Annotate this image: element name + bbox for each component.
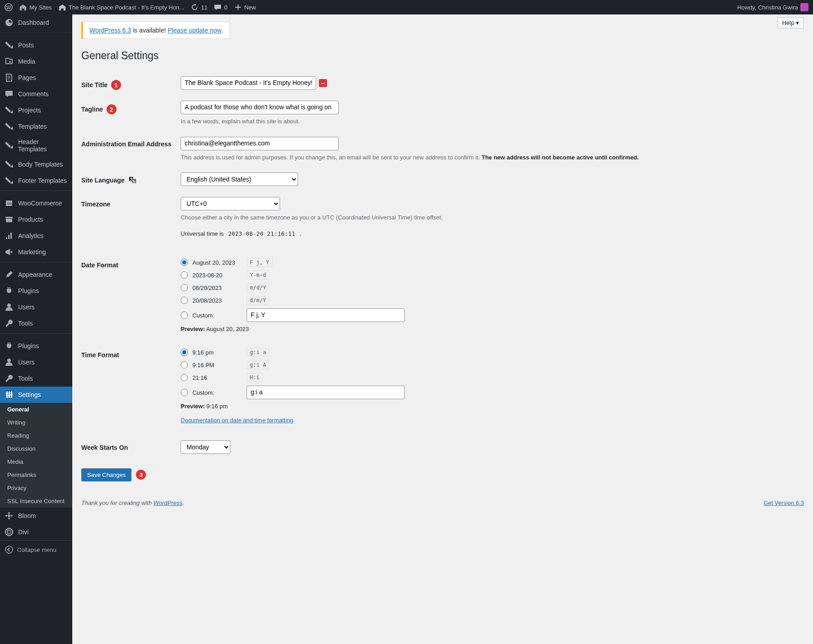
save-changes-button[interactable]: Save Changes xyxy=(81,468,131,481)
translate-icon: 文A xyxy=(128,176,137,184)
svg-rect-6 xyxy=(6,392,8,398)
week-starts-label: Week Starts On xyxy=(81,440,181,451)
help-tab[interactable]: Help ▾ xyxy=(777,17,804,28)
avatar-icon xyxy=(800,3,808,11)
date-format-radio[interactable] xyxy=(181,259,188,266)
submenu-item-general[interactable]: General xyxy=(0,403,72,416)
sidebar-item-dashboard[interactable]: Dashboard xyxy=(0,14,72,31)
extension-icon[interactable] xyxy=(319,79,327,87)
time-format-option[interactable]: 21:16H:i xyxy=(181,373,804,382)
sidebar-item-tools[interactable]: Tools xyxy=(0,315,72,331)
sidebar-item-analytics[interactable]: Analytics xyxy=(0,228,72,244)
svg-point-18 xyxy=(5,546,13,553)
sidebar-item-marketing[interactable]: Marketing xyxy=(0,244,72,260)
submenu-item-writing[interactable]: Writing xyxy=(0,416,72,429)
sidebar-item-appearance[interactable]: Appearance xyxy=(0,266,72,283)
time-format-option[interactable]: 9:16 PMg:i A xyxy=(181,360,804,369)
footer-version-link[interactable]: Get Version 6.3 xyxy=(763,499,804,506)
time-format-custom-input[interactable] xyxy=(247,386,405,399)
sidebar-item-products[interactable]: Products xyxy=(0,211,72,228)
sidebar-item-templates[interactable]: Templates xyxy=(0,118,72,135)
time-format-custom-radio[interactable] xyxy=(181,389,188,396)
date-format-custom-input[interactable] xyxy=(247,308,405,322)
sidebar-item-bloom[interactable]: Bloom xyxy=(0,508,72,524)
sidebar-item-comments[interactable]: Comments xyxy=(0,86,72,102)
timezone-description: Choose either a city in the same timezon… xyxy=(181,213,804,222)
submenu-item-privacy[interactable]: Privacy xyxy=(0,481,72,495)
submenu-item-media[interactable]: Media xyxy=(0,455,72,468)
date-format-radio[interactable] xyxy=(181,297,188,304)
site-language-label: Site Language 文A xyxy=(81,173,181,184)
timezone-select[interactable]: UTC+0 xyxy=(181,197,280,210)
update-notice: WordPress 6.3 is available! Please updat… xyxy=(81,22,230,39)
admin-email-input[interactable] xyxy=(181,137,339,150)
annotation-badge-2: 2 xyxy=(107,104,117,114)
date-format-custom-radio[interactable] xyxy=(181,312,188,319)
time-format-radio[interactable] xyxy=(181,361,188,369)
sidebar-item-plugins[interactable]: Plugins xyxy=(0,338,72,354)
date-format-radio[interactable] xyxy=(181,271,188,279)
svg-text:A: A xyxy=(133,179,135,183)
admin-footer: Thank you for creating with WordPress. G… xyxy=(81,499,804,506)
date-format-option[interactable]: 2023-08-20Y-m-d xyxy=(181,271,804,280)
footer-wordpress-link[interactable]: WordPress xyxy=(154,499,182,506)
sidebar-item-woocommerce[interactable]: wooWooCommerce xyxy=(0,195,72,211)
sidebar-item-projects[interactable]: Projects xyxy=(0,102,72,118)
time-format-radio[interactable] xyxy=(181,374,188,381)
submenu-item-permalinks[interactable]: Permalinks xyxy=(0,468,72,481)
sidebar-item-users[interactable]: Users xyxy=(0,354,72,370)
time-format-custom-option[interactable]: Custom: xyxy=(181,386,804,399)
admin-sidebar: DashboardPostsMediaPagesCommentsProjects… xyxy=(0,14,72,644)
collapse-menu-button[interactable]: Collapse menu xyxy=(0,540,72,559)
submenu-item-ssl-insecure-content[interactable]: SSL Insecure Content xyxy=(0,495,72,508)
svg-rect-7 xyxy=(9,392,10,398)
sidebar-item-users[interactable]: Users xyxy=(0,299,72,315)
time-format-option[interactable]: 9:16 pmg:i a xyxy=(181,348,804,357)
date-format-option[interactable]: 20/08/2023d/m/Y xyxy=(181,296,804,305)
sidebar-item-divi[interactable]: Divi xyxy=(0,524,72,540)
sidebar-item-plugins[interactable]: Plugins xyxy=(0,283,72,299)
date-format-radio[interactable] xyxy=(181,284,188,291)
tagline-input[interactable] xyxy=(181,101,339,114)
svg-point-15 xyxy=(5,515,7,517)
site-language-select[interactable]: English (United States) xyxy=(181,173,298,186)
sidebar-item-pages[interactable]: Pages xyxy=(0,70,72,86)
sidebar-item-body-templates[interactable]: Body Templates xyxy=(0,156,72,173)
notice-update-link[interactable]: Please update now xyxy=(168,27,221,34)
sidebar-item-media[interactable]: Media xyxy=(0,53,72,70)
week-starts-select[interactable]: Monday xyxy=(181,440,230,454)
time-format-label: Time Format xyxy=(81,348,181,359)
sidebar-item-header-templates[interactable]: Header Templates xyxy=(0,135,72,156)
site-title-input[interactable] xyxy=(181,76,316,90)
svg-point-12 xyxy=(8,514,10,517)
submenu-item-reading[interactable]: Reading xyxy=(0,429,72,442)
date-format-option[interactable]: August 20, 2023F j, Y xyxy=(181,258,804,267)
date-format-custom-option[interactable]: Custom: xyxy=(181,308,804,322)
updates-link[interactable]: 11 xyxy=(191,3,207,11)
svg-rect-11 xyxy=(10,394,13,395)
new-link[interactable]: New xyxy=(234,3,256,11)
date-format-option[interactable]: 08/20/2023m/d/Y xyxy=(181,283,804,292)
time-format-radio[interactable] xyxy=(181,349,188,356)
sidebar-item-posts[interactable]: Posts xyxy=(0,37,72,53)
notice-version-link[interactable]: WordPress 6.3 xyxy=(89,27,131,34)
wp-logo-icon[interactable] xyxy=(5,3,13,11)
date-time-doc-link[interactable]: Documentation on date and time formattin… xyxy=(181,417,293,424)
date-format-label: Date Format xyxy=(81,258,181,269)
howdy-link[interactable]: Howdy, Christina Gwira xyxy=(737,3,808,11)
svg-point-4 xyxy=(7,303,11,307)
svg-rect-10 xyxy=(8,395,10,396)
comments-link[interactable]: 0 xyxy=(214,3,227,11)
sidebar-item-footer-templates[interactable]: Footer Templates xyxy=(0,173,72,189)
timezone-label: Timezone xyxy=(81,197,181,208)
sidebar-item-tools[interactable]: Tools xyxy=(0,370,72,387)
sidebar-item-settings[interactable]: Settings xyxy=(0,387,72,403)
svg-text:woo: woo xyxy=(7,202,13,205)
admin-email-label: Administration Email Address xyxy=(81,137,181,148)
svg-point-5 xyxy=(7,359,11,362)
site-link[interactable]: The Blank Space Podcast - It's Empty Hon… xyxy=(58,3,184,11)
admin-bar: My Sites The Blank Space Podcast - It's … xyxy=(0,0,813,14)
my-sites-link[interactable]: My Sites xyxy=(19,3,52,11)
svg-point-13 xyxy=(8,512,10,514)
submenu-item-discussion[interactable]: Discussion xyxy=(0,442,72,455)
